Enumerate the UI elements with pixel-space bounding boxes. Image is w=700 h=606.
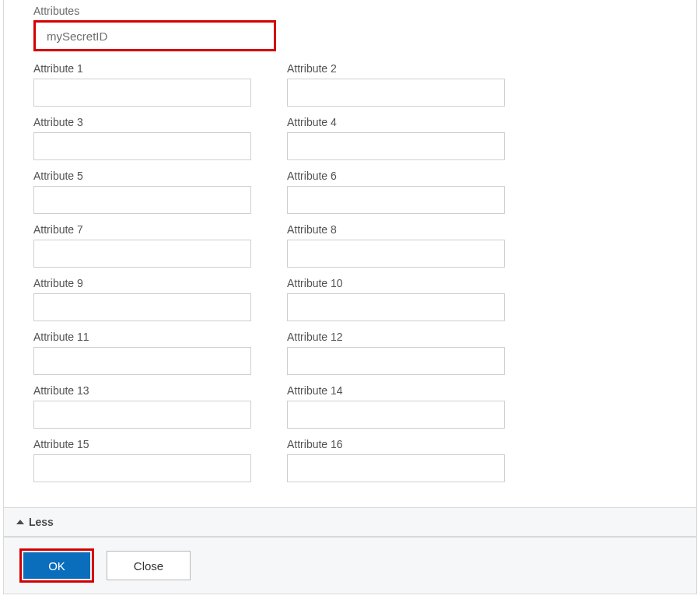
secret-id-value: mySecretID [47, 30, 107, 43]
attribute-block: Attribute 14 [287, 384, 505, 429]
attribute-label: Attribute 9 [33, 277, 251, 289]
attribute-block: Attribute 13 [33, 384, 251, 429]
attributes-panel: Attributes mySecretID Attribute 1Attribu… [3, 0, 697, 537]
attribute-block: Attribute 11 [33, 331, 251, 375]
collapse-toggle[interactable]: Less [4, 507, 696, 536]
collapse-label: Less [29, 516, 54, 528]
attribute-label: Attribute 7 [33, 223, 251, 236]
attributes-grid: Attribute 1Attribute 2Attribute 3Attribu… [4, 62, 696, 507]
attribute-block: Attribute 2 [287, 62, 505, 107]
attribute-input[interactable] [287, 401, 505, 429]
attribute-label: Attribute 5 [33, 170, 251, 182]
attribute-input[interactable] [33, 79, 251, 107]
attribute-label: Attribute 6 [287, 170, 505, 182]
attribute-input[interactable] [287, 240, 505, 268]
attribute-block: Attribute 9 [33, 277, 251, 321]
ok-highlight: OK [19, 548, 94, 583]
attribute-input[interactable] [287, 454, 505, 482]
attribute-block: Attribute 3 [33, 116, 251, 160]
attribute-block: Attribute 5 [33, 170, 251, 214]
attribute-block: Attribute 12 [287, 331, 505, 375]
attribute-input[interactable] [33, 347, 251, 375]
attribute-input[interactable] [287, 186, 505, 214]
attribute-input[interactable] [33, 186, 251, 214]
attribute-label: Attribute 14 [287, 384, 505, 397]
attribute-label: Attribute 4 [287, 116, 505, 128]
attribute-label: Attribute 1 [33, 62, 251, 75]
attribute-label: Attribute 15 [33, 438, 251, 450]
attribute-block: Attribute 10 [287, 277, 505, 321]
attribute-input[interactable] [33, 240, 251, 268]
attributes-section-label: Attributes [4, 0, 696, 20]
close-button[interactable]: Close [107, 551, 191, 580]
attribute-block: Attribute 8 [287, 223, 505, 268]
attribute-label: Attribute 8 [287, 223, 505, 236]
attribute-input[interactable] [33, 293, 251, 321]
ok-button[interactable]: OK [23, 552, 90, 579]
attribute-input[interactable] [33, 401, 251, 429]
attribute-input[interactable] [287, 132, 505, 160]
attribute-input[interactable] [33, 132, 251, 160]
attribute-block: Attribute 6 [287, 170, 505, 214]
attribute-label: Attribute 16 [287, 438, 505, 450]
attribute-label: Attribute 11 [33, 331, 251, 343]
attribute-input[interactable] [287, 79, 505, 107]
attribute-block: Attribute 1 [33, 62, 251, 107]
attribute-input[interactable] [287, 293, 505, 321]
attribute-block: Attribute 7 [33, 223, 251, 268]
attribute-block: Attribute 4 [287, 116, 505, 160]
attribute-label: Attribute 2 [287, 62, 505, 75]
secret-id-row: mySecretID [4, 20, 696, 62]
attribute-block: Attribute 15 [33, 438, 251, 482]
attribute-label: Attribute 3 [33, 116, 251, 128]
attribute-label: Attribute 13 [33, 384, 251, 397]
attribute-label: Attribute 12 [287, 331, 505, 343]
collapse-up-icon [16, 520, 24, 524]
secret-id-field[interactable]: mySecretID [33, 20, 276, 51]
attribute-label: Attribute 10 [287, 277, 505, 289]
dialog-footer: OK Close [3, 537, 697, 594]
attribute-input[interactable] [287, 347, 505, 375]
attribute-block: Attribute 16 [287, 438, 505, 482]
attribute-input[interactable] [33, 454, 251, 482]
